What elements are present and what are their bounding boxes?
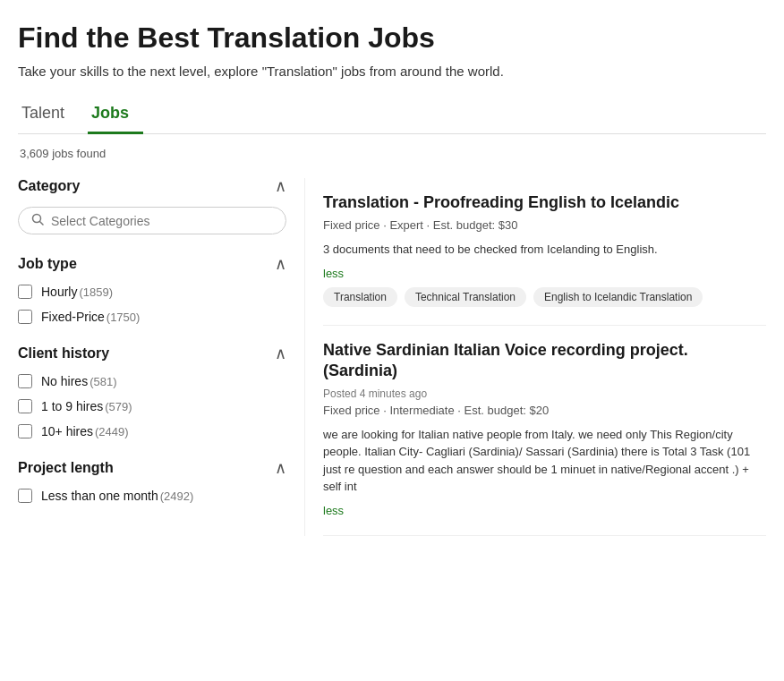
client-history-1to9-checkbox[interactable] — [18, 399, 32, 413]
jobs-list: Translation - Proofreading English to Ic… — [304, 178, 766, 536]
tag-translation[interactable]: Translation — [323, 287, 397, 307]
page-container: Find the Best Translation Jobs Take your… — [0, 0, 784, 554]
client-history-10plus-label[interactable]: 10+ hires(2449) — [41, 424, 129, 438]
client-history-filter-header: Client history ∧ — [18, 345, 286, 362]
category-search-icon — [31, 213, 44, 228]
tab-jobs[interactable]: Jobs — [88, 97, 143, 134]
job-meta-2: Fixed price · Intermediate · Est. budget… — [323, 404, 766, 417]
tabs-container: Talent Jobs — [18, 97, 766, 134]
job-tags-1: Translation Technical Translation Englis… — [323, 287, 766, 307]
job-description-2: we are looking for Italian native people… — [323, 426, 766, 496]
project-length-toggle-icon[interactable]: ∧ — [275, 460, 286, 476]
main-layout: Category ∧ Job type ∧ — [18, 178, 766, 536]
job-title-1[interactable]: Translation - Proofreading English to Ic… — [323, 192, 766, 213]
client-history-no-hires-checkbox[interactable] — [18, 374, 32, 388]
page-subtitle: Take your skills to the next level, expl… — [18, 64, 766, 79]
project-length-filter-header: Project length ∧ — [18, 460, 286, 476]
client-history-filter-title: Client history — [18, 345, 109, 362]
client-history-filter-section: Client history ∧ No hires(581) 1 to 9 hi… — [18, 345, 286, 438]
job-type-filter-section: Job type ∧ Hourly(1859) Fixed-Price(1750… — [18, 256, 286, 324]
client-history-1to9-item: 1 to 9 hires(579) — [18, 399, 286, 413]
job-description-1: 3 documents that need to be checked from… — [323, 241, 766, 259]
svg-line-1 — [40, 222, 44, 226]
tag-english-icelandic[interactable]: English to Icelandic Translation — [533, 287, 703, 307]
tab-talent[interactable]: Talent — [18, 97, 79, 134]
job-type-fixed-label[interactable]: Fixed-Price(1750) — [41, 310, 140, 324]
project-length-less-month-item: Less than one month(2492) — [18, 489, 286, 503]
job-title-2[interactable]: Native Sardinian Italian Voice recording… — [323, 340, 766, 382]
jobs-found-count: 3,609 jobs found — [18, 147, 766, 160]
category-search-box[interactable] — [18, 207, 286, 234]
category-search-input[interactable] — [51, 214, 273, 228]
job-type-fixed-checkbox[interactable] — [18, 310, 32, 324]
category-filter-title: Category — [18, 178, 80, 194]
job-type-toggle-icon[interactable]: ∧ — [275, 256, 286, 272]
project-length-filter-title: Project length — [18, 460, 114, 476]
job-type-hourly-item: Hourly(1859) — [18, 285, 286, 299]
category-toggle-icon[interactable]: ∧ — [275, 178, 286, 194]
project-length-filter-section: Project length ∧ Less than one month(249… — [18, 460, 286, 503]
client-history-1to9-label[interactable]: 1 to 9 hires(579) — [41, 399, 132, 413]
job-type-filter-header: Job type ∧ — [18, 256, 286, 272]
client-history-no-hires-item: No hires(581) — [18, 374, 286, 388]
job-show-less-2[interactable]: less — [323, 504, 344, 517]
category-filter-header: Category ∧ — [18, 178, 286, 194]
job-type-fixed-item: Fixed-Price(1750) — [18, 310, 286, 324]
job-card-1: Translation - Proofreading English to Ic… — [323, 178, 766, 326]
tag-technical-translation[interactable]: Technical Translation — [405, 287, 526, 307]
project-length-less-month-label[interactable]: Less than one month(2492) — [41, 489, 193, 503]
job-type-hourly-label[interactable]: Hourly(1859) — [41, 285, 113, 299]
category-filter-section: Category ∧ — [18, 178, 286, 234]
job-show-less-1[interactable]: less — [323, 267, 344, 280]
project-length-less-month-checkbox[interactable] — [18, 489, 32, 503]
job-meta-1: Fixed price · Expert · Est. budget: $30 — [323, 218, 766, 232]
job-type-hourly-checkbox[interactable] — [18, 285, 32, 299]
sidebar: Category ∧ Job type ∧ — [18, 178, 304, 536]
client-history-10plus-item: 10+ hires(2449) — [18, 424, 286, 438]
client-history-toggle-icon[interactable]: ∧ — [275, 345, 286, 362]
page-title: Find the Best Translation Jobs — [18, 21, 766, 55]
client-history-10plus-checkbox[interactable] — [18, 424, 32, 438]
job-type-filter-title: Job type — [18, 256, 77, 272]
job-card-2: Native Sardinian Italian Voice recording… — [323, 326, 766, 536]
job-posted-2: Posted 4 minutes ago — [323, 387, 766, 400]
client-history-no-hires-label[interactable]: No hires(581) — [41, 374, 117, 388]
